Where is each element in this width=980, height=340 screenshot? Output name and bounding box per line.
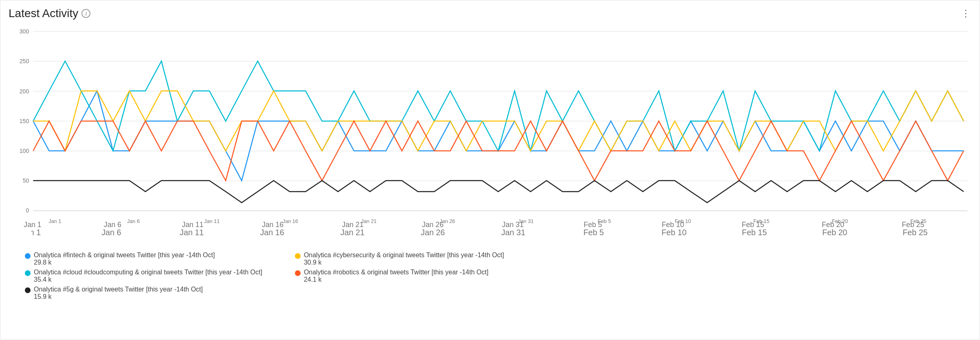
- y-label-0: 0: [26, 207, 29, 214]
- svg-text:Jan 11: Jan 11: [182, 221, 203, 229]
- legend-item-5g: Onalytica #5g & original tweets Twitter …: [25, 286, 262, 300]
- svg-text:Feb 25: Feb 25: [902, 221, 924, 229]
- svg-text:Jan 21: Jan 21: [342, 221, 363, 229]
- info-icon[interactable]: i: [81, 9, 90, 18]
- y-label-300: 300: [20, 28, 29, 35]
- y-label-200: 200: [20, 88, 29, 95]
- y-label-250: 250: [20, 58, 29, 64]
- card-title: Latest Activity: [9, 7, 78, 20]
- fintech-text: Onalytica #fintech & original tweets Twi…: [34, 252, 215, 266]
- chart-area: 300 250 200 150 100 50 0: [9, 23, 971, 231]
- header-left: Latest Activity i: [9, 7, 90, 20]
- cyber-label: Onalytica #cybersecurity & original twee…: [304, 252, 504, 259]
- cloud-dot: [25, 270, 31, 276]
- legend-col-right: Onalytica #cybersecurity & original twee…: [295, 252, 504, 303]
- chart-svg: 300 250 200 150 100 50 0: [9, 23, 971, 219]
- latest-activity-card: Latest Activity i ⋮ 300 250 200 150: [0, 0, 980, 340]
- legend: Onalytica #fintech & original tweets Twi…: [9, 252, 971, 303]
- cyber-text: Onalytica #cybersecurity & original twee…: [304, 252, 504, 266]
- cyber-value: 30.9 k: [304, 259, 504, 266]
- legend-item-robotics: Onalytica #robotics & original tweets Tw…: [295, 269, 504, 283]
- x-labels-full: .xl { font-size: 18px; fill: #757575; } …: [9, 215, 971, 235]
- 5g-value: 15.9 k: [34, 293, 203, 300]
- robotics-text: Onalytica #robotics & original tweets Tw…: [304, 269, 488, 283]
- legend-item-cloud: Onalytica #cloud #cloudcomputing & origi…: [25, 269, 262, 283]
- cyber-dot: [295, 253, 301, 259]
- cloud-line: [33, 61, 964, 151]
- y-label-150: 150: [20, 118, 29, 124]
- cloud-text: Onalytica #cloud #cloudcomputing & origi…: [34, 269, 262, 283]
- 5g-line: [33, 181, 964, 203]
- cloud-label: Onalytica #cloud #cloudcomputing & origi…: [34, 269, 262, 276]
- robotics-label: Onalytica #robotics & original tweets Tw…: [304, 269, 488, 276]
- legend-col-left: Onalytica #fintech & original tweets Twi…: [25, 252, 262, 303]
- svg-text:Feb 5: Feb 5: [584, 221, 602, 229]
- 5g-dot: [25, 287, 31, 293]
- y-label-50: 50: [23, 177, 29, 184]
- 5g-label: Onalytica #5g & original tweets Twitter …: [34, 286, 203, 293]
- x-axis-row: .xl { font-size: 18px; fill: #757575; } …: [9, 215, 971, 231]
- more-options-button[interactable]: ⋮: [961, 9, 971, 18]
- legend-item-cyber: Onalytica #cybersecurity & original twee…: [295, 252, 504, 266]
- svg-text:Jan 16: Jan 16: [262, 221, 283, 229]
- legend-item-fintech: Onalytica #fintech & original tweets Twi…: [25, 252, 262, 266]
- svg-text:Jan 6: Jan 6: [104, 221, 121, 229]
- svg-text:Feb 15: Feb 15: [742, 221, 764, 229]
- svg-text:Jan 31: Jan 31: [502, 221, 523, 229]
- fintech-value: 29.8 k: [34, 259, 215, 266]
- svg-text:Feb 20: Feb 20: [822, 221, 844, 229]
- svg-text:Jan 1: Jan 1: [24, 221, 41, 229]
- svg-text:Feb 10: Feb 10: [662, 221, 684, 229]
- robotics-dot: [295, 270, 301, 276]
- 5g-text: Onalytica #5g & original tweets Twitter …: [34, 286, 203, 300]
- fintech-label: Onalytica #fintech & original tweets Twi…: [34, 252, 215, 259]
- robotics-value: 24.1 k: [304, 276, 488, 283]
- fintech-dot: [25, 253, 31, 259]
- cloud-value: 35.4 k: [34, 276, 262, 283]
- card-header: Latest Activity i ⋮: [9, 7, 971, 20]
- y-label-100: 100: [20, 148, 29, 154]
- svg-text:Jan 26: Jan 26: [422, 221, 444, 229]
